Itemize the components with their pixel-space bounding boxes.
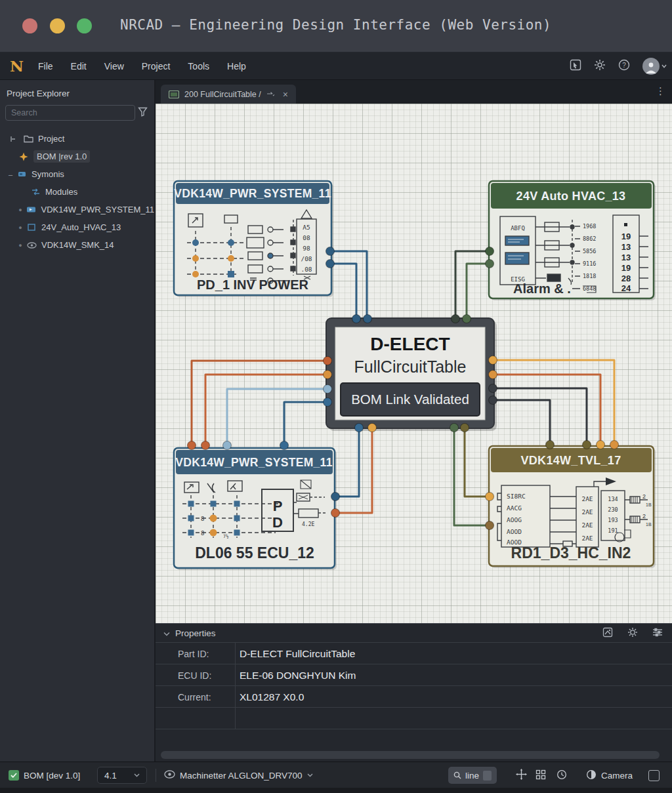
menu-tools[interactable]: Tools [188, 61, 209, 71]
adjust-sliders-icon[interactable] [652, 627, 663, 640]
help-icon[interactable]: ? [618, 59, 630, 73]
chevron-down-icon [307, 773, 313, 777]
sidebar-item-project[interactable]: Project [0, 130, 154, 148]
tabbar: 200 FullCircuitTable / × ⋮ [156, 80, 672, 104]
tab-fullcircuittable[interactable]: 200 FullCircuitTable / × [161, 85, 296, 104]
left-box-label: ABFQ [511, 225, 525, 232]
bom-status-label: BOM [dev 1.0] [24, 771, 80, 781]
square-outline-icon [26, 224, 37, 231]
property-value: XL01287 X0.0 [240, 686, 304, 708]
tab-arrow-icon [266, 91, 275, 98]
collapse-dash-icon: – [9, 171, 16, 178]
sidebar-item-hvac[interactable]: ● 24V_Auto_HVAC_13 [0, 218, 154, 236]
menu-file[interactable]: File [38, 61, 53, 71]
svg-text:4.2E: 4.2E [302, 521, 314, 527]
svg-text:134: 134 [608, 496, 618, 502]
block-title: VDK14W_TVL_17 [521, 454, 621, 467]
pin-numbers: 19 13 13 19 28 24 [621, 223, 631, 293]
tabbar-menu-icon[interactable]: ⋮ [656, 85, 665, 97]
svg-text:9116: 9116 [583, 260, 596, 267]
property-value: D-ELECT FullCircuitTable [240, 643, 355, 664]
version-select[interactable]: 4.1 [97, 767, 147, 784]
property-label: ECU ID: [178, 664, 211, 686]
sidebar-item-pwr-system[interactable]: ● VDK14W_PWR_SYSTEM_11 [0, 201, 154, 218]
property-row[interactable]: Part ID: D-ELECT FullCircuitTable [156, 642, 672, 664]
block-pwr-system-top[interactable]: VDK14W_PWR_SYSTEM_11 [174, 181, 333, 297]
close-window-button[interactable] [22, 18, 37, 33]
history-clock-icon[interactable] [556, 769, 567, 782]
zoom-window-button[interactable] [77, 18, 92, 33]
svg-text:6848: 6848 [583, 285, 596, 292]
block-title: 24V Auto HVAC_13 [516, 190, 626, 203]
svg-text:19: 19 [621, 232, 631, 241]
menu-view[interactable]: View [104, 61, 124, 71]
block-tvl[interactable]: VDK14W_TVL_17 SI8RC [489, 446, 656, 568]
svg-text:AACG: AACG [507, 504, 522, 512]
block-title: VDK14W_PWR_SYSTEM_11 [175, 456, 332, 469]
sidebar-item-smk[interactable]: ● VDK14W_SMK_14 [0, 236, 154, 254]
svg-text:191: 191 [608, 527, 618, 534]
block-ecu[interactable]: VDK14W_PWR_SYSTEM_11 [174, 448, 337, 570]
filter-funnel-icon[interactable] [138, 107, 148, 119]
property-row[interactable]: ECU ID: ELE-06 DONGHYUN Kim [156, 664, 672, 685]
svg-text:2AE: 2AE [581, 521, 593, 529]
svg-text:1B: 1B [646, 522, 652, 527]
minimize-window-button[interactable] [50, 18, 65, 33]
grid-view-icon[interactable] [536, 769, 546, 782]
chip-letter: P [273, 498, 283, 514]
svg-text:24: 24 [621, 283, 631, 293]
svg-text:A5: A5 [303, 224, 310, 231]
sidebar-item-symonis[interactable]: – Symonis [0, 165, 154, 183]
modules-arrows-icon [30, 188, 41, 195]
schematic-tab-icon [169, 91, 179, 98]
properties-panel: Properties Part ID: D-ELECT FullCircuitT… [156, 623, 672, 762]
menu-edit[interactable]: Edit [71, 61, 87, 71]
window-title: NRCAD – Engineering Design Interface (We… [120, 17, 551, 33]
svg-text:2AE: 2AE [581, 535, 593, 542]
svg-text:98: 98 [303, 245, 310, 252]
svg-text:2: 2 [642, 513, 646, 519]
sidebar-title: Project Explorer [7, 89, 70, 98]
tab-close-button[interactable]: × [283, 89, 288, 100]
settings-gear-icon[interactable] [594, 59, 606, 73]
panel-settings-icon[interactable] [627, 627, 638, 640]
menu-project[interactable]: Project [142, 61, 171, 71]
select-tool-icon[interactable] [570, 59, 581, 73]
horizontal-scrollbar[interactable] [161, 751, 660, 759]
block-caption: Alarm & . [513, 281, 571, 296]
pan-tool-icon[interactable] [516, 769, 527, 782]
block-title: VDK14W_PWR_SYSTEM_11 [174, 187, 331, 200]
eye-icon [26, 242, 37, 249]
svg-text:28: 28 [621, 274, 631, 283]
block-caption: DL06 55 ECU_12 [195, 544, 314, 561]
svg-text:193: 193 [608, 517, 618, 523]
svg-text:AOOD: AOOD [507, 528, 522, 535]
svg-text:.08: .08 [301, 266, 312, 273]
user-avatar[interactable] [642, 58, 660, 75]
property-row-empty [156, 707, 672, 729]
camera-label[interactable]: Camera [601, 771, 633, 781]
line-search-box[interactable]: line [448, 767, 497, 784]
svg-text:8: 8 [201, 530, 204, 537]
svg-text:230: 230 [608, 506, 618, 513]
property-row[interactable]: Current: XL01287 X0.0 [156, 685, 672, 707]
star-icon [18, 152, 29, 161]
sidebar-item-modules[interactable]: Modules [0, 183, 154, 201]
camera-checkbox[interactable] [648, 770, 660, 781]
collapse-caret-icon[interactable] [163, 628, 170, 638]
svg-text:AOOG: AOOG [507, 516, 522, 523]
svg-text:1B: 1B [646, 502, 652, 507]
menu-help[interactable]: Help [227, 61, 246, 71]
search-input[interactable] [5, 105, 135, 121]
machine-label[interactable]: Machinetter ALGLON_DRV700 [180, 771, 303, 781]
app-logo: N [10, 57, 24, 75]
block-hvac[interactable]: 24V Auto HVAC_13 [489, 181, 656, 300]
sidebar-item-bom[interactable]: BOM |rev 1.0 [0, 148, 154, 165]
block-d-elect[interactable]: D-ELECT FullCircuitTable BOM Link Valida… [326, 318, 497, 431]
export-image-icon[interactable] [602, 627, 613, 640]
svg-text:1818: 1818 [583, 273, 596, 279]
search-mode-value: line [465, 771, 479, 781]
schematic-canvas[interactable]: VDK14W_PWR_SYSTEM_11 [156, 104, 672, 623]
bom-check-icon[interactable] [9, 770, 19, 781]
svg-text:?: ? [622, 62, 626, 69]
